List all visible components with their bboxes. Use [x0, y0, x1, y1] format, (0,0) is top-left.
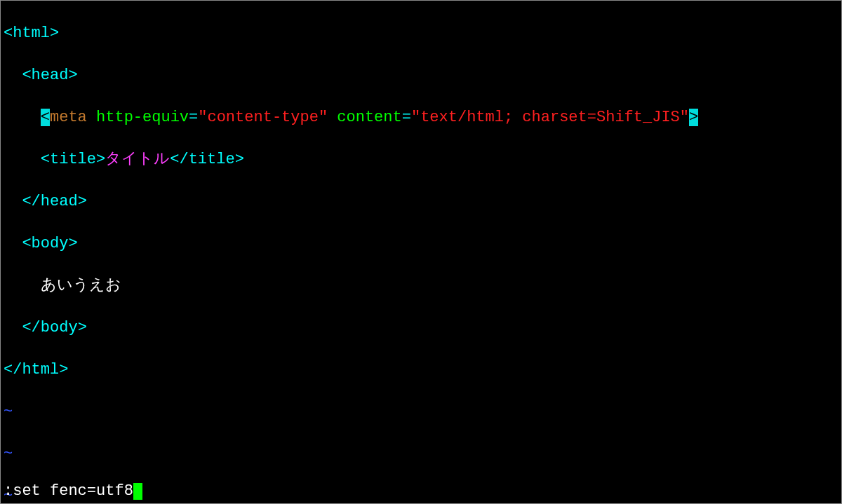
tag-name: title [50, 151, 96, 168]
matching-bracket-icon: > [689, 109, 698, 126]
tag-close: > [96, 151, 105, 168]
tag-close: > [78, 319, 87, 336]
tag-close: > [50, 25, 59, 42]
body-text: あいうえお [41, 277, 121, 294]
attr-name: http-equiv [96, 109, 189, 126]
space [328, 109, 337, 126]
tag-open: </ [4, 361, 22, 379]
tag-open: </ [22, 193, 40, 210]
attr-name: content [337, 109, 401, 126]
tag-close: > [235, 151, 244, 168]
tag-open: < [22, 235, 31, 252]
tag-name: meta [50, 109, 87, 126]
tag-close: > [78, 193, 87, 210]
tag-name: body [32, 235, 69, 252]
indent [4, 235, 22, 252]
indent [4, 277, 41, 294]
matching-bracket-icon: < [41, 109, 50, 126]
tag-name: html [13, 25, 50, 42]
tag-open: < [4, 25, 13, 42]
code-line: <meta http-equiv="content-type" content=… [4, 107, 838, 128]
equals: = [189, 109, 198, 126]
tag-name: html [22, 361, 59, 379]
title-text: タイトル [105, 151, 170, 168]
indent [4, 319, 22, 336]
tag-close: > [59, 361, 68, 379]
indent [4, 67, 22, 84]
tag-open: </ [170, 151, 188, 168]
empty-line-tilde: ~ [4, 402, 838, 423]
attr-value: "text/html; charset=Shift_JIS" [411, 109, 689, 126]
empty-line-tilde: ~ [4, 444, 838, 465]
tag-open: < [22, 67, 31, 84]
code-line: <body> [4, 233, 838, 254]
space [87, 109, 96, 126]
tag-name: title [189, 151, 235, 168]
code-line: </body> [4, 318, 838, 339]
tag-name: head [32, 67, 69, 84]
indent [4, 109, 41, 126]
vim-editor-buffer[interactable]: <html> <head> <meta http-equiv="content-… [1, 1, 841, 504]
code-line: <head> [4, 65, 838, 86]
command-text: :set fenc=utf8 [4, 482, 133, 500]
equals: = [402, 109, 411, 126]
attr-value: "content-type" [198, 109, 328, 126]
code-line: <title>タイトル</title> [4, 149, 838, 170]
tag-name: head [41, 193, 78, 210]
tag-open: < [41, 151, 50, 168]
code-line: あいうえお [4, 275, 838, 297]
indent [4, 193, 22, 210]
cursor-icon [133, 483, 142, 500]
tag-close: > [68, 235, 77, 252]
tag-open: </ [22, 319, 40, 336]
code-line: <html> [4, 23, 838, 44]
indent [4, 151, 41, 168]
code-line: </html> [4, 360, 838, 381]
vim-command-line[interactable]: :set fenc=utf8 [4, 481, 142, 502]
tag-close: > [68, 67, 77, 84]
tag-name: body [41, 319, 78, 336]
code-line: </head> [4, 191, 838, 212]
